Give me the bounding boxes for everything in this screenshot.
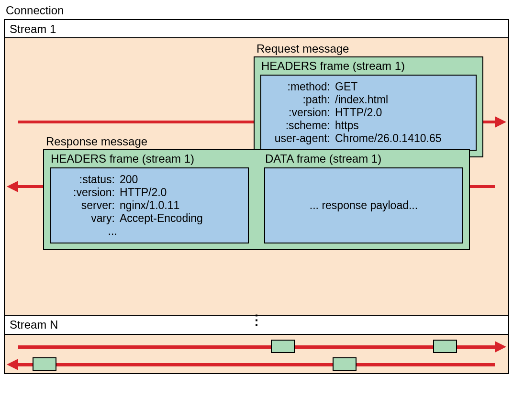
header-val: HTTP/2.0 (335, 106, 469, 119)
mini-frame-icon (433, 340, 457, 353)
header-row: vary: Accept-Encoding (57, 212, 241, 225)
header-val: /index.html (335, 93, 469, 106)
response-headers-frame-body: :status: 200 :version: HTTP/2.0 server: … (50, 167, 249, 243)
mini-frame-icon (271, 340, 295, 353)
header-ellipsis: ... (57, 225, 241, 238)
header-val: GET (335, 80, 469, 93)
header-row: :path: /index.html (268, 93, 469, 106)
header-key: :status: (57, 173, 120, 186)
response-message-block: Response message HEADERS frame (stream 1… (43, 135, 470, 250)
response-headers-frame-title: HEADERS frame (stream 1) (51, 152, 249, 166)
header-row: :method: GET (268, 80, 469, 93)
response-message-label: Response message (46, 135, 470, 148)
stream-1-body: Request message HEADERS frame (stream 1)… (5, 38, 508, 316)
header-row: server: nginx/1.0.11 (57, 199, 241, 212)
header-row: :version: HTTP/2.0 (268, 106, 469, 119)
stream-n-header: Stream N ⋮ (5, 316, 508, 335)
header-val: nginx/1.0.11 (120, 199, 241, 212)
connection-title: Connection (6, 4, 509, 17)
header-val: https (335, 119, 469, 132)
stream-n-body (5, 335, 508, 373)
vertical-ellipsis-icon: ⋮ (250, 317, 263, 323)
mini-frame-icon (33, 357, 56, 371)
header-row: :status: 200 (57, 173, 241, 186)
request-headers-frame-title: HEADERS frame (stream 1) (261, 59, 477, 73)
request-message-label: Request message (256, 42, 483, 55)
header-key: vary: (57, 212, 120, 225)
stream-n-label: Stream N (10, 318, 58, 331)
stream-1-header: Stream 1 (5, 20, 508, 38)
header-row: :version: HTTP/2.0 (57, 186, 241, 199)
response-frame-group: HEADERS frame (stream 1) :status: 200 :v… (43, 149, 470, 250)
header-val: Accept-Encoding (120, 212, 241, 225)
header-key: server: (57, 199, 120, 212)
header-key: :method: (268, 80, 335, 93)
response-payload-text: ... response payload... (310, 199, 418, 212)
stream-n-arrow-right-icon (18, 345, 495, 349)
header-val: HTTP/2.0 (120, 186, 241, 199)
header-key: :version: (57, 186, 120, 199)
header-val: 200 (120, 173, 241, 186)
connection-box: Stream 1 Request message HEADERS frame (… (4, 19, 509, 374)
header-key: :version: (268, 106, 335, 119)
mini-frame-icon (333, 357, 357, 371)
header-row: :scheme: https (268, 119, 469, 132)
header-key: :scheme: (268, 119, 335, 132)
response-data-frame-body: ... response payload... (264, 167, 463, 243)
stream-n-arrow-left-icon (18, 363, 495, 366)
header-key: :path: (268, 93, 335, 106)
response-data-frame-title: DATA frame (stream 1) (265, 152, 463, 166)
